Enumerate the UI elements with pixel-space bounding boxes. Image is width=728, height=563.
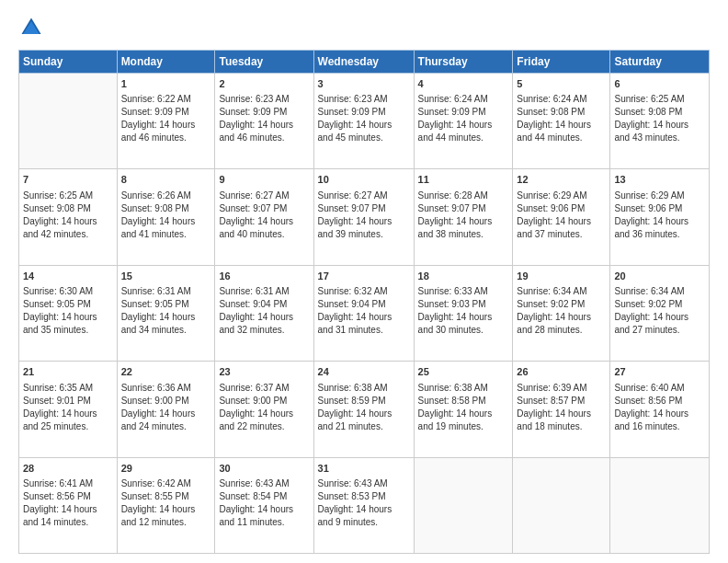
day-number: 22 (121, 365, 211, 379)
day-info: Sunrise: 6:33 AM Sunset: 9:03 PM Dayligh… (418, 285, 509, 337)
day-info: Sunrise: 6:31 AM Sunset: 9:04 PM Dayligh… (219, 285, 309, 337)
day-number: 30 (219, 462, 309, 476)
day-number: 2 (219, 77, 309, 91)
day-info: Sunrise: 6:31 AM Sunset: 9:05 PM Dayligh… (121, 285, 211, 337)
calendar-cell: 4Sunrise: 6:24 AM Sunset: 9:09 PM Daylig… (414, 74, 513, 169)
calendar-cell: 18Sunrise: 6:33 AM Sunset: 9:03 PM Dayli… (414, 265, 513, 361)
calendar-cell: 22Sunrise: 6:36 AM Sunset: 9:00 PM Dayli… (117, 362, 215, 457)
day-number: 6 (614, 77, 705, 91)
day-of-week-header: Wednesday (313, 51, 414, 74)
calendar-header: SundayMondayTuesdayWednesdayThursdayFrid… (19, 51, 710, 74)
day-number: 31 (318, 462, 410, 476)
calendar-cell: 3Sunrise: 6:23 AM Sunset: 9:09 PM Daylig… (313, 74, 414, 169)
day-info: Sunrise: 6:32 AM Sunset: 9:04 PM Dayligh… (318, 285, 410, 337)
day-of-week-header: Tuesday (215, 51, 313, 74)
calendar-cell: 11Sunrise: 6:28 AM Sunset: 9:07 PM Dayli… (414, 169, 513, 265)
day-number: 7 (23, 173, 113, 187)
day-info: Sunrise: 6:24 AM Sunset: 9:09 PM Dayligh… (418, 93, 509, 144)
calendar-week-row: 28Sunrise: 6:41 AM Sunset: 8:56 PM Dayli… (19, 457, 710, 553)
day-info: Sunrise: 6:29 AM Sunset: 9:06 PM Dayligh… (517, 190, 606, 241)
calendar-cell: 16Sunrise: 6:31 AM Sunset: 9:04 PM Dayli… (215, 265, 313, 361)
day-info: Sunrise: 6:29 AM Sunset: 9:06 PM Dayligh… (614, 190, 705, 241)
day-number: 13 (614, 173, 705, 187)
day-info: Sunrise: 6:36 AM Sunset: 9:00 PM Dayligh… (121, 382, 211, 433)
day-number: 14 (23, 270, 113, 283)
calendar-cell: 24Sunrise: 6:38 AM Sunset: 8:59 PM Dayli… (313, 362, 414, 457)
day-number: 19 (517, 270, 606, 283)
calendar-cell: 6Sunrise: 6:25 AM Sunset: 9:08 PM Daylig… (610, 74, 710, 169)
calendar-cell: 27Sunrise: 6:40 AM Sunset: 8:56 PM Dayli… (610, 362, 710, 457)
calendar-week-row: 14Sunrise: 6:30 AM Sunset: 9:05 PM Dayli… (19, 265, 710, 361)
calendar-cell: 30Sunrise: 6:43 AM Sunset: 8:54 PM Dayli… (215, 457, 313, 553)
day-info: Sunrise: 6:22 AM Sunset: 9:09 PM Dayligh… (121, 93, 211, 144)
day-info: Sunrise: 6:43 AM Sunset: 8:53 PM Dayligh… (318, 477, 410, 529)
day-number: 8 (121, 173, 211, 187)
day-number: 3 (318, 77, 410, 91)
calendar-body: 1Sunrise: 6:22 AM Sunset: 9:09 PM Daylig… (19, 74, 710, 554)
calendar-cell: 28Sunrise: 6:41 AM Sunset: 8:56 PM Dayli… (19, 457, 118, 553)
calendar-week-row: 21Sunrise: 6:35 AM Sunset: 9:01 PM Dayli… (19, 362, 710, 457)
day-info: Sunrise: 6:40 AM Sunset: 8:56 PM Dayligh… (614, 382, 705, 433)
day-of-week-header: Friday (513, 51, 610, 74)
day-number: 28 (23, 462, 113, 476)
day-number: 23 (219, 365, 309, 379)
day-info: Sunrise: 6:23 AM Sunset: 9:09 PM Dayligh… (318, 93, 410, 144)
calendar-cell: 2Sunrise: 6:23 AM Sunset: 9:09 PM Daylig… (215, 74, 313, 169)
calendar-table: SundayMondayTuesdayWednesdayThursdayFrid… (18, 50, 710, 554)
day-number: 15 (121, 270, 211, 283)
day-info: Sunrise: 6:34 AM Sunset: 9:02 PM Dayligh… (517, 285, 606, 337)
day-info: Sunrise: 6:26 AM Sunset: 9:08 PM Dayligh… (121, 190, 211, 241)
day-number: 10 (318, 173, 410, 187)
calendar-cell: 19Sunrise: 6:34 AM Sunset: 9:02 PM Dayli… (513, 265, 610, 361)
calendar-cell (414, 457, 513, 553)
day-info: Sunrise: 6:28 AM Sunset: 9:07 PM Dayligh… (418, 190, 509, 241)
day-of-week-header: Sunday (19, 51, 118, 74)
day-info: Sunrise: 6:39 AM Sunset: 8:57 PM Dayligh… (517, 382, 606, 433)
day-number: 11 (418, 173, 509, 187)
header (18, 15, 710, 40)
calendar-cell: 17Sunrise: 6:32 AM Sunset: 9:04 PM Dayli… (313, 265, 414, 361)
calendar-week-row: 7Sunrise: 6:25 AM Sunset: 9:08 PM Daylig… (19, 169, 710, 265)
day-info: Sunrise: 6:27 AM Sunset: 9:07 PM Dayligh… (318, 190, 410, 241)
calendar-cell: 9Sunrise: 6:27 AM Sunset: 9:07 PM Daylig… (215, 169, 313, 265)
day-number: 9 (219, 173, 309, 187)
day-number: 16 (219, 270, 309, 283)
day-number: 24 (318, 365, 410, 379)
day-info: Sunrise: 6:42 AM Sunset: 8:55 PM Dayligh… (121, 477, 211, 529)
logo-icon (18, 15, 44, 40)
calendar-cell: 15Sunrise: 6:31 AM Sunset: 9:05 PM Dayli… (117, 265, 215, 361)
calendar-cell: 20Sunrise: 6:34 AM Sunset: 9:02 PM Dayli… (610, 265, 710, 361)
day-info: Sunrise: 6:25 AM Sunset: 9:08 PM Dayligh… (23, 190, 113, 241)
calendar-cell: 12Sunrise: 6:29 AM Sunset: 9:06 PM Dayli… (513, 169, 610, 265)
day-info: Sunrise: 6:41 AM Sunset: 8:56 PM Dayligh… (23, 477, 113, 529)
day-number: 27 (614, 365, 705, 379)
calendar-cell: 21Sunrise: 6:35 AM Sunset: 9:01 PM Dayli… (19, 362, 118, 457)
calendar-cell: 25Sunrise: 6:38 AM Sunset: 8:58 PM Dayli… (414, 362, 513, 457)
day-info: Sunrise: 6:23 AM Sunset: 9:09 PM Dayligh… (219, 93, 309, 144)
day-info: Sunrise: 6:38 AM Sunset: 8:58 PM Dayligh… (418, 382, 509, 433)
day-number: 25 (418, 365, 509, 379)
calendar-cell: 23Sunrise: 6:37 AM Sunset: 9:00 PM Dayli… (215, 362, 313, 457)
day-number: 4 (418, 77, 509, 91)
day-of-week-header: Monday (117, 51, 215, 74)
calendar-cell: 5Sunrise: 6:24 AM Sunset: 9:08 PM Daylig… (513, 74, 610, 169)
calendar-cell: 8Sunrise: 6:26 AM Sunset: 9:08 PM Daylig… (117, 169, 215, 265)
calendar-cell (19, 74, 118, 169)
calendar-cell: 1Sunrise: 6:22 AM Sunset: 9:09 PM Daylig… (117, 74, 215, 169)
calendar-cell: 31Sunrise: 6:43 AM Sunset: 8:53 PM Dayli… (313, 457, 414, 553)
calendar-cell (513, 457, 610, 553)
day-number: 29 (121, 462, 211, 476)
day-number: 20 (614, 270, 705, 283)
day-of-week-header: Saturday (610, 51, 710, 74)
calendar-cell: 10Sunrise: 6:27 AM Sunset: 9:07 PM Dayli… (313, 169, 414, 265)
calendar-cell: 14Sunrise: 6:30 AM Sunset: 9:05 PM Dayli… (19, 265, 118, 361)
calendar-cell (610, 457, 710, 553)
day-info: Sunrise: 6:37 AM Sunset: 9:00 PM Dayligh… (219, 382, 309, 433)
calendar-cell: 26Sunrise: 6:39 AM Sunset: 8:57 PM Dayli… (513, 362, 610, 457)
header-row: SundayMondayTuesdayWednesdayThursdayFrid… (19, 51, 710, 74)
calendar-cell: 7Sunrise: 6:25 AM Sunset: 9:08 PM Daylig… (19, 169, 118, 265)
calendar-cell: 13Sunrise: 6:29 AM Sunset: 9:06 PM Dayli… (610, 169, 710, 265)
day-number: 5 (517, 77, 606, 91)
day-number: 12 (517, 173, 606, 187)
day-info: Sunrise: 6:34 AM Sunset: 9:02 PM Dayligh… (614, 285, 705, 337)
